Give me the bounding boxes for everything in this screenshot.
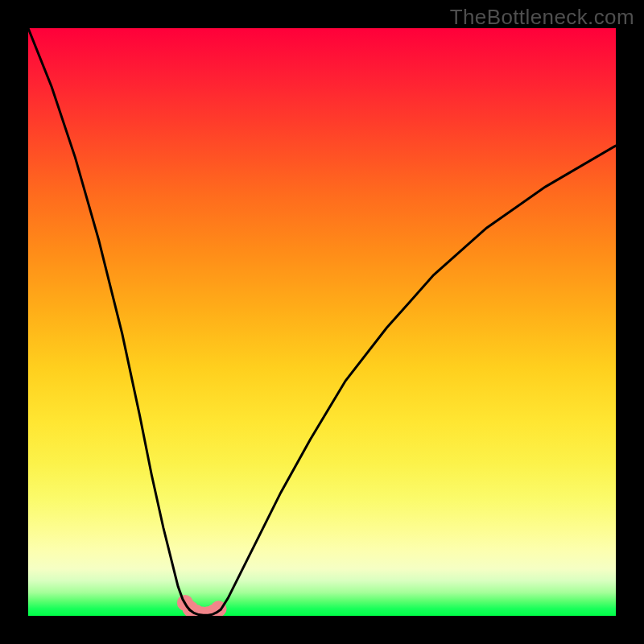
curve-right-branch — [221, 146, 616, 609]
curve-left-branch — [28, 28, 190, 610]
valley-markers — [177, 595, 227, 616]
curve-layer — [28, 28, 616, 616]
watermark-text: TheBottleneck.com — [450, 5, 634, 30]
chart-frame: TheBottleneck.com — [0, 0, 644, 644]
plot-area — [28, 28, 616, 616]
